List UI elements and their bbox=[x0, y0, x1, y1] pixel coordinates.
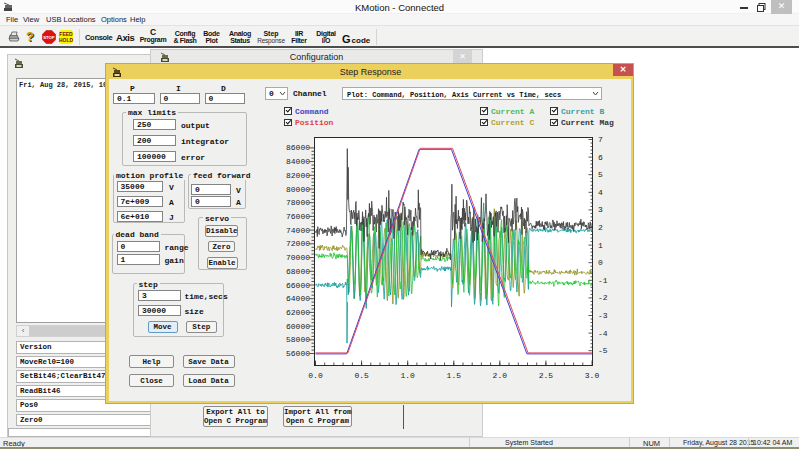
svg-text:-2: -2 bbox=[598, 293, 608, 302]
svg-text:74000: 74000 bbox=[286, 226, 310, 235]
svg-text:72000: 72000 bbox=[286, 239, 310, 248]
svg-text:STOP: STOP bbox=[43, 35, 55, 40]
svg-text:64000: 64000 bbox=[286, 294, 310, 303]
svg-text:3.0: 3.0 bbox=[585, 371, 600, 380]
svg-text:0.0: 0.0 bbox=[308, 371, 323, 380]
svg-text:2.0: 2.0 bbox=[493, 371, 508, 380]
svg-text:6: 6 bbox=[598, 153, 603, 162]
svg-text:1.0: 1.0 bbox=[400, 371, 415, 380]
svg-text:76000: 76000 bbox=[286, 212, 310, 221]
svg-text:82000: 82000 bbox=[286, 171, 310, 180]
svg-text:60000: 60000 bbox=[286, 322, 310, 331]
svg-text:-1: -1 bbox=[598, 276, 608, 285]
svg-text:2.5: 2.5 bbox=[539, 371, 554, 380]
svg-text:80000: 80000 bbox=[286, 185, 310, 194]
svg-text:-3: -3 bbox=[598, 311, 608, 320]
svg-text:5: 5 bbox=[598, 170, 603, 179]
svg-text:84000: 84000 bbox=[286, 157, 310, 166]
svg-text:7: 7 bbox=[598, 135, 603, 144]
svg-text:1.5: 1.5 bbox=[447, 371, 462, 380]
svg-text:58000: 58000 bbox=[286, 335, 310, 344]
svg-text:56000: 56000 bbox=[286, 349, 310, 358]
svg-text:-5: -5 bbox=[598, 346, 608, 355]
svg-text:70000: 70000 bbox=[286, 253, 310, 262]
svg-text:68000: 68000 bbox=[286, 267, 310, 276]
svg-text:0: 0 bbox=[598, 258, 603, 267]
svg-text:62000: 62000 bbox=[286, 308, 310, 317]
svg-text:78000: 78000 bbox=[286, 198, 310, 207]
svg-text:4: 4 bbox=[598, 188, 603, 197]
svg-text:1: 1 bbox=[598, 241, 603, 250]
svg-text:2: 2 bbox=[598, 223, 603, 232]
svg-text:0.5: 0.5 bbox=[354, 371, 369, 380]
svg-text:3: 3 bbox=[598, 205, 603, 214]
svg-text:66000: 66000 bbox=[286, 281, 310, 290]
svg-text:-4: -4 bbox=[598, 329, 608, 338]
svg-text:86000: 86000 bbox=[286, 143, 310, 152]
